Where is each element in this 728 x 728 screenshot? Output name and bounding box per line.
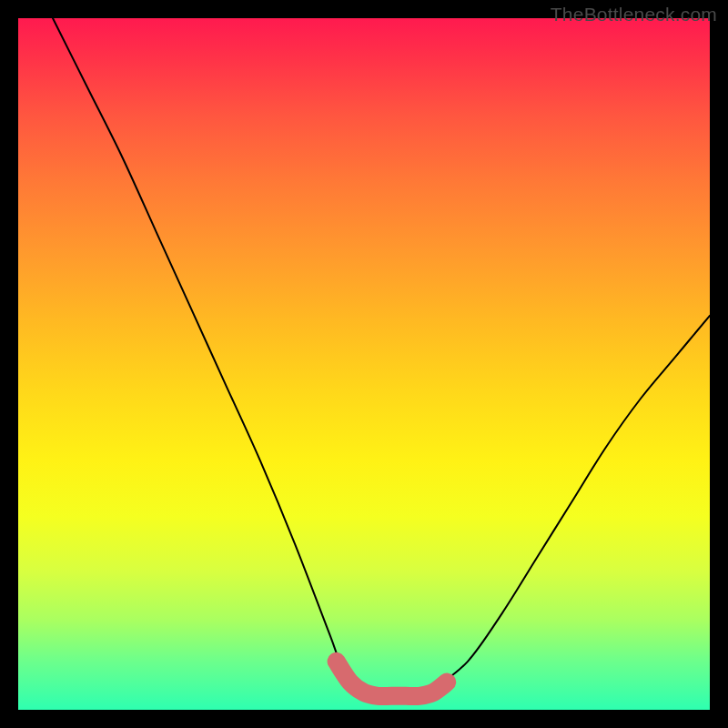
bottleneck-curve bbox=[53, 18, 710, 696]
watermark-text: TheBottleneck.com bbox=[551, 4, 717, 25]
chart-area bbox=[18, 18, 710, 710]
optimal-region-marker bbox=[337, 662, 448, 696]
chart-svg bbox=[18, 18, 710, 710]
